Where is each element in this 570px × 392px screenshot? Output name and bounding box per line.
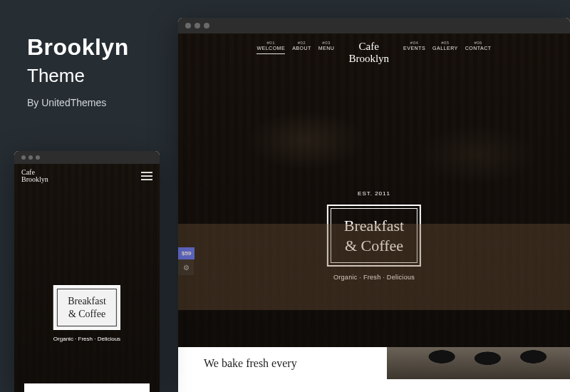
browser-chrome (178, 18, 570, 33)
main-nav: #01WELCOME #02ABOUT #03MENU Cafe Brookly… (178, 41, 570, 64)
mobile-tagline: Organic · Fresh · Delicious (53, 336, 120, 342)
hero-section: #01WELCOME #02ABOUT #03MENU Cafe Brookly… (178, 33, 570, 379)
mobile-logo[interactable]: Cafe Brooklyn (21, 169, 48, 184)
window-dot (185, 23, 191, 29)
hero-tagline: Organic · Fresh · Delicious (327, 274, 421, 281)
content-strip: We bake fresh every (178, 347, 570, 379)
nav-welcome[interactable]: #01WELCOME (256, 41, 285, 54)
mobile-hero: Cafe Brooklyn Breakfast & Coffee Organic… (14, 164, 160, 392)
settings-button[interactable]: ⚙ (178, 259, 194, 275)
nav-contact[interactable]: #06CONTACT (465, 41, 492, 52)
site-logo[interactable]: Cafe Brooklyn (338, 41, 399, 64)
price-badge[interactable]: $59 (178, 247, 195, 259)
theme-title: Brooklyn (27, 34, 129, 61)
theme-author: By UnitedThemes (27, 97, 129, 108)
hamburger-icon (141, 172, 152, 173)
window-dot (21, 155, 26, 160)
side-tabs: $59 ⚙ (178, 247, 195, 275)
mobile-preview: Cafe Brooklyn Breakfast & Coffee Organic… (14, 151, 160, 392)
nav-events[interactable]: #04EVENTS (403, 41, 425, 52)
badge-line-1: Breakfast (344, 216, 404, 236)
window-dot (204, 23, 209, 29)
nav-about[interactable]: #02ABOUT (292, 41, 311, 54)
mobile-hero-badge: Breakfast & Coffee Organic · Fresh · Del… (53, 285, 120, 342)
nav-menu[interactable]: #03MENU (318, 41, 335, 54)
strip-heading: We bake fresh every (178, 347, 387, 379)
nav-gallery[interactable]: #05GALLERY (432, 41, 458, 52)
gear-icon: ⚙ (183, 264, 190, 272)
badge-line-2: & Coffee (344, 236, 404, 256)
badge-line-1: Breakfast (66, 295, 108, 308)
window-dot (195, 23, 200, 29)
window-dot (28, 155, 33, 160)
hero-badge: Breakfast & Coffee Organic · Fresh · Del… (327, 205, 421, 281)
established-label: EST. 2011 (358, 190, 390, 197)
window-dot (36, 155, 40, 160)
desktop-preview: #01WELCOME #02ABOUT #03MENU Cafe Brookly… (178, 18, 570, 392)
theme-subtitle: Theme (27, 65, 129, 87)
theme-info: Brooklyn Theme By UnitedThemes (27, 34, 129, 108)
mobile-content-strip (24, 383, 150, 392)
badge-line-2: & Coffee (66, 308, 108, 321)
hamburger-menu-button[interactable] (141, 172, 152, 180)
strip-image (387, 347, 570, 379)
browser-chrome (14, 151, 160, 164)
